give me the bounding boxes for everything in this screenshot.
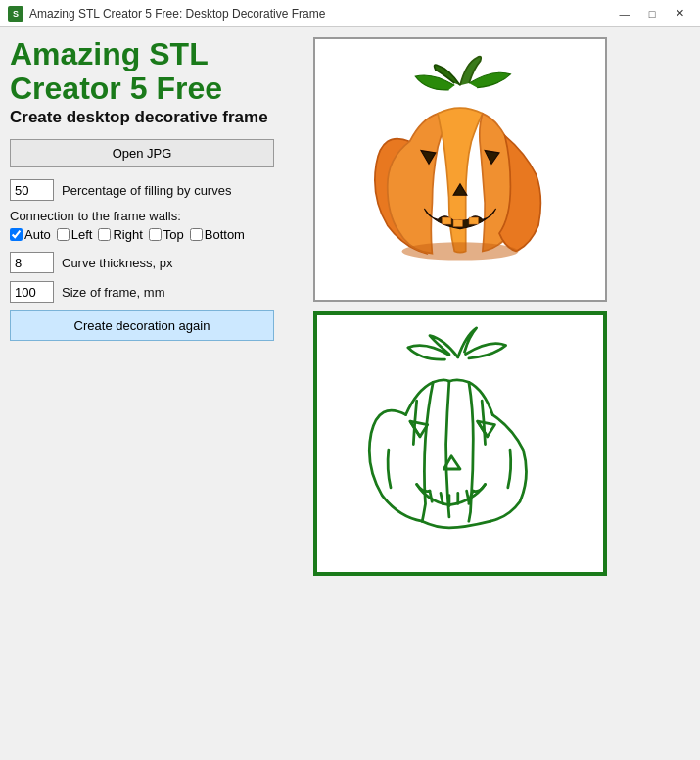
create-button[interactable]: Create decoration again	[10, 310, 274, 341]
frame-size-input[interactable]	[10, 281, 54, 303]
window-title: Amazing STL Creator 5 Free: Desktop Deco…	[29, 7, 612, 21]
app-icon: S	[8, 6, 23, 22]
checkbox-auto[interactable]: Auto	[10, 227, 51, 242]
top-checkbox[interactable]	[149, 228, 162, 241]
close-button[interactable]: ✕	[667, 4, 692, 24]
svg-point-0	[402, 242, 519, 260]
frame-size-row: Size of frame, mm	[10, 281, 303, 303]
auto-label: Auto	[24, 227, 51, 242]
minimize-button[interactable]: —	[612, 4, 637, 24]
fill-pct-label: Percentage of filling by curves	[62, 183, 231, 198]
outline-image-box	[313, 311, 607, 576]
open-jpg-button[interactable]: Open JPG	[10, 139, 274, 167]
main-content: Amazing STL Creator 5 Free Create deskto…	[0, 27, 700, 760]
svg-rect-2	[453, 219, 462, 226]
auto-checkbox[interactable]	[10, 228, 23, 241]
curve-thickness-label: Curve thickness, px	[62, 256, 172, 270]
pumpkin-outline-svg	[333, 319, 587, 569]
app-title: Amazing STL Creator 5 Free	[10, 37, 303, 106]
maximize-button[interactable]: □	[639, 4, 665, 24]
svg-rect-1	[443, 217, 451, 224]
fill-pct-row: Percentage of filling by curves	[10, 179, 303, 201]
checkbox-top[interactable]: Top	[149, 227, 184, 242]
bottom-checkbox[interactable]	[190, 228, 203, 241]
right-label: Right	[113, 227, 142, 242]
right-panel	[313, 37, 690, 750]
top-label: Top	[163, 227, 184, 242]
curve-thickness-input[interactable]	[10, 252, 54, 273]
curve-thickness-row: Curve thickness, px	[10, 252, 303, 273]
bottom-label: Bottom	[205, 227, 245, 242]
fill-pct-input[interactable]	[10, 179, 54, 201]
app-subtitle: Create desktop decorative frame	[10, 108, 303, 127]
checkbox-right[interactable]: Right	[98, 227, 142, 242]
left-checkbox[interactable]	[57, 228, 70, 241]
svg-rect-3	[469, 217, 478, 224]
left-panel: Amazing STL Creator 5 Free Create deskto…	[10, 37, 303, 750]
titlebar: S Amazing STL Creator 5 Free: Desktop De…	[0, 0, 700, 27]
right-checkbox[interactable]	[98, 228, 111, 241]
left-label: Left	[71, 227, 93, 242]
frame-size-label: Size of frame, mm	[62, 285, 164, 300]
pumpkin-colored-svg	[348, 52, 573, 287]
checkbox-left[interactable]: Left	[57, 227, 93, 242]
checkbox-bottom[interactable]: Bottom	[190, 227, 245, 242]
connection-checkboxes: Auto Left Right Top Bottom	[10, 227, 303, 242]
window-controls: — □ ✕	[612, 4, 692, 24]
connection-label: Connection to the frame walls:	[10, 209, 303, 223]
original-image-box	[313, 37, 607, 302]
